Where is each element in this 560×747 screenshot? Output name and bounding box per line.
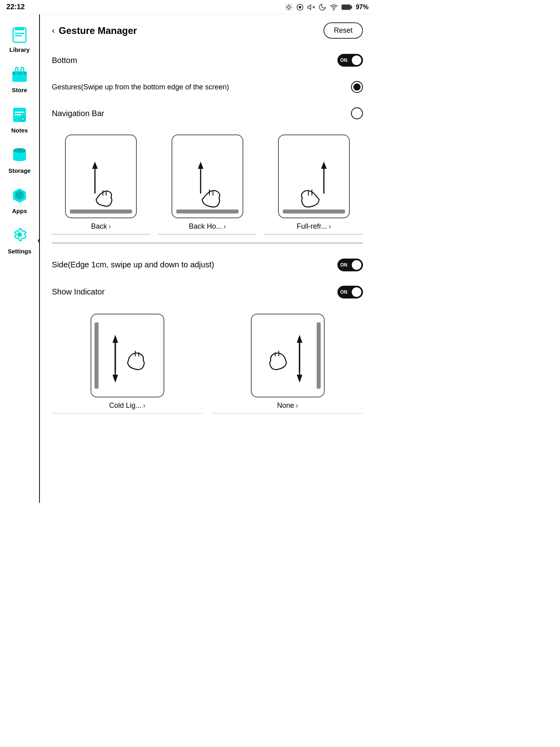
svg-line-8 (291, 4, 292, 5)
card-label-row-back: Back › (91, 222, 111, 231)
back-button[interactable]: ‹ (52, 26, 55, 36)
svg-line-4 (291, 9, 292, 10)
chevron-icon-side1: › (143, 401, 146, 410)
status-icons: 97% (285, 3, 369, 11)
store-icon (9, 64, 30, 85)
main-divider (52, 243, 363, 243)
svg-point-10 (299, 6, 301, 8)
side-gesture-card-coldlig[interactable]: Cold Lig... › (52, 314, 203, 414)
sidebar-label-notes: Notes (11, 127, 28, 134)
svg-rect-19 (15, 27, 24, 30)
svg-point-14 (333, 9, 334, 10)
svg-point-0 (288, 6, 290, 8)
content-area: ‹ Gesture Manager Reset Bottom ON Gestur… (40, 14, 375, 503)
navbar-radio[interactable] (351, 107, 363, 119)
sidebar: Library Store Notes Storage (0, 14, 40, 503)
svg-rect-27 (15, 112, 24, 113)
toggle-knob (352, 55, 361, 65)
card-underline-2 (158, 234, 257, 235)
sidebar-label-store: Store (12, 87, 27, 93)
side-gesture-card-none[interactable]: None › (212, 314, 363, 414)
gesture-card-back[interactable]: Back › (52, 134, 150, 235)
sidebar-item-apps[interactable]: Apps (0, 180, 39, 220)
show-indicator-row: Show Indicator ON (52, 279, 363, 306)
svg-marker-47 (321, 162, 327, 169)
gesture-label: Gestures(Swipe up from the bottom edge o… (52, 83, 229, 91)
card-frame-fullrefr (278, 134, 350, 218)
card-label-none: None (277, 401, 294, 410)
reset-button[interactable]: Reset (323, 22, 363, 39)
show-indicator-knob (352, 287, 361, 297)
card-frame-side-coldlig (91, 314, 164, 397)
header-left: ‹ Gesture Manager (52, 25, 137, 36)
battery-icon (341, 3, 353, 11)
bottom-toggle[interactable]: ON (337, 54, 363, 67)
sidebar-label-settings: Settings (8, 248, 31, 255)
show-indicator-toggle[interactable]: ON (337, 286, 363, 298)
status-time: 22:12 (6, 3, 25, 11)
header-row: ‹ Gesture Manager Reset (52, 22, 363, 39)
bottom-gesture-cards: Back › Back Ho. (52, 134, 363, 235)
battery-percent: 97% (356, 4, 369, 11)
svg-line-7 (286, 9, 287, 10)
side-bar-left (95, 322, 99, 389)
side-toggle[interactable]: ON (337, 259, 363, 271)
svg-marker-43 (198, 162, 203, 169)
card-label-coldlig: Cold Lig... (109, 401, 141, 410)
gesture-radio-row[interactable]: Gestures(Swipe up from the bottom edge o… (52, 74, 363, 100)
storage-icon (9, 145, 30, 166)
navbar-label: Navigation Bar (52, 109, 104, 118)
gesture-card-backho[interactable]: Back Ho... › (158, 134, 257, 235)
swipe-up2-icon (181, 158, 233, 209)
card-label-row-fullrefr: Full-refr... › (297, 222, 331, 231)
side-swipe2-icon (262, 324, 314, 387)
bottom-section-row: Bottom ON (52, 47, 363, 74)
side-label: Side(Edge 1cm, swipe up and down to adju… (52, 260, 214, 269)
settings-icon (9, 225, 30, 246)
svg-rect-28 (15, 114, 21, 115)
settings2-icon (296, 3, 304, 11)
swipe-up3-icon (288, 158, 340, 209)
gesture-radio[interactable] (351, 81, 363, 93)
swipe-up-icon (77, 158, 125, 209)
svg-rect-17 (351, 6, 352, 8)
chevron-icon-side2: › (296, 401, 298, 410)
status-bar: 22:12 97% (0, 0, 375, 14)
chevron-icon-3: › (329, 222, 331, 231)
sidebar-label-library: Library (10, 46, 30, 53)
card-label-back: Back (91, 222, 107, 231)
gesture-card-fullrefr[interactable]: Full-refr... › (264, 134, 363, 235)
page-title: Gesture Manager (59, 25, 137, 36)
sidebar-item-storage[interactable]: Storage (0, 139, 39, 180)
side-bar-right (317, 322, 321, 389)
svg-rect-20 (15, 33, 24, 34)
chevron-icon-2: › (224, 222, 226, 231)
card-frame-backho (172, 134, 243, 218)
side-section-row: Side(Edge 1cm, swipe up and down to adju… (52, 251, 363, 279)
navbar-radio-row[interactable]: Navigation Bar (52, 100, 363, 126)
notes-icon (9, 105, 30, 125)
card-underline (52, 234, 150, 235)
card-label-fullrefr: Full-refr... (297, 222, 327, 231)
apps-icon (9, 185, 30, 206)
sidebar-item-library[interactable]: Library (0, 18, 39, 59)
main-layout: Library Store Notes Storage (0, 14, 375, 503)
sidebar-label-storage: Storage (8, 167, 31, 174)
card-bottom-bar-3 (283, 209, 345, 213)
card-underline-side1 (52, 413, 203, 414)
svg-line-3 (286, 4, 287, 5)
card-bottom-bar (70, 209, 132, 213)
card-label-row-coldlig: Cold Lig... › (109, 401, 145, 410)
card-label-row-backho: Back Ho... › (189, 222, 226, 231)
mute-icon (307, 3, 315, 11)
card-label-row-none: None › (277, 401, 298, 410)
show-indicator-label: Show Indicator (52, 287, 105, 296)
svg-rect-21 (15, 35, 22, 36)
library-icon (9, 24, 30, 45)
side-swipe-icon (101, 324, 153, 387)
svg-marker-53 (112, 375, 118, 383)
sidebar-item-store[interactable]: Store (0, 59, 39, 99)
card-frame-side-none (251, 314, 325, 397)
sidebar-item-notes[interactable]: Notes (0, 99, 39, 139)
sidebar-item-settings[interactable]: ‹ Settings (0, 220, 39, 260)
